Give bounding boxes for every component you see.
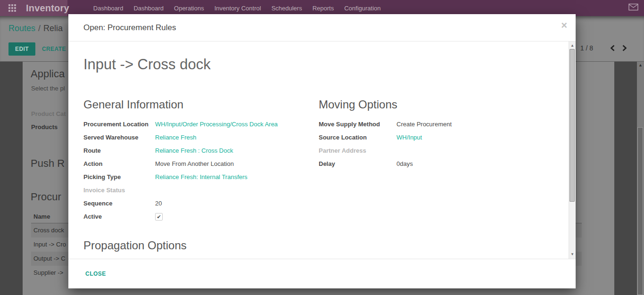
product-categories-label: Product Cat [31,110,66,117]
scroll-up-icon[interactable]: ▲ [569,43,576,48]
nav-item-dashboard[interactable]: Dashboard [88,5,129,12]
navbar-systray [628,3,638,13]
field-label: Delay [319,160,396,167]
nav-item-operations[interactable]: Operations [169,5,209,12]
field-row: Procurement LocationWH/Input/Order Proce… [83,121,319,128]
field-row: Partner Address [319,147,553,154]
record-title: Input -> Cross dock [83,56,553,73]
field-row: Source LocationWH/Input [319,134,553,141]
field-label: Picking Type [83,173,155,180]
modal-header: Open: Procurement Rules × [68,14,576,41]
control-panel-buttons: EDIT CREATE [8,42,66,56]
field-value-link[interactable]: Reliance Fresh: Internal Transfers [155,173,248,180]
navbar-menu: DashboardDashboardOperationsInventory Co… [88,5,386,12]
pager: 1 / 8 [580,44,627,52]
pager-value: 1 / 8 [580,44,593,52]
push-rules-heading: Push R [31,157,65,170]
nav-item-schedulers[interactable]: Schedulers [266,5,307,12]
field-row: Served WarehouseReliance Fresh [83,134,319,141]
active-checkbox[interactable]: ✔ [155,213,163,221]
field-value: 0days [396,160,413,167]
field-label: Action [83,160,155,167]
field-row: Invoice Status [83,187,319,194]
modal-scrollbar-thumb[interactable] [570,49,575,202]
field-row: Picking TypeReliance Fresh: Internal Tra… [83,173,319,180]
breadcrumb-current: Relia [43,24,63,33]
modal-footer: CLOSE [68,259,576,288]
field-label: Partner Address [319,147,396,154]
breadcrumb-separator: / [35,24,43,33]
edit-button[interactable]: EDIT [8,42,35,56]
field-label: Route [83,147,155,154]
field-label: Active [83,213,155,220]
field-label: Served Warehouse [83,134,155,141]
modal-scrollbar[interactable]: ▲ ▼ [569,41,576,259]
check-icon: ✔ [157,214,161,220]
field-row: Move Supply MethodCreate Procurement [319,121,553,128]
field-row: Active✔ [83,213,319,221]
scroll-up-icon[interactable]: ▲ [637,63,644,67]
breadcrumb-routes-link[interactable]: Routes [8,24,35,33]
applicable-help-text: Select the pl [31,85,65,92]
pager-previous-button[interactable] [610,45,615,51]
modal-body: Input -> Cross dock General Information … [68,41,576,259]
messages-envelope-icon[interactable] [628,3,638,13]
field-value-link[interactable]: Reliance Fresh [155,134,196,141]
breadcrumb: Routes/Relia [8,24,63,33]
modal-title: Open: Procurement Rules [83,23,176,33]
field-label: Procurement Location [83,121,155,128]
page-scrollbar[interactable]: ▲ [637,62,644,295]
field-row: ActionMove From Another Location [83,160,319,167]
field-row: Delay0days [319,160,553,167]
scroll-down-icon[interactable]: ▼ [569,252,576,256]
products-label: Products [31,123,58,131]
moving-options-section: Moving Options Move Supply MethodCreate … [319,98,553,227]
field-value: 20 [155,200,162,207]
nav-item-configuration[interactable]: Configuration [339,5,386,12]
field-label: Move Supply Method [319,121,396,128]
top-navbar: Inventory DashboardDashboardOperationsIn… [0,0,644,16]
nav-item-dashboard[interactable]: Dashboard [128,5,169,12]
pager-next-button[interactable] [622,45,627,51]
field-value: Create Procurement [396,121,452,128]
apps-menu-icon[interactable] [8,4,16,12]
field-label: Sequence [83,200,155,207]
applicable-on-heading: Applica [31,68,65,80]
nav-item-reports[interactable]: Reports [307,5,339,12]
create-button[interactable]: CREATE [42,46,66,52]
field-value-link[interactable]: Reliance Fresh : Cross Dock [155,147,233,154]
field-value: Move From Another Location [155,160,234,167]
screen: Inventory DashboardDashboardOperationsIn… [0,0,644,295]
close-icon[interactable]: × [561,20,567,31]
nav-item-inventory-control[interactable]: Inventory Control [209,5,266,12]
general-information-section: General Information Procurement Location… [83,98,319,227]
app-title[interactable]: Inventory [26,3,69,14]
moving-options-heading: Moving Options [319,98,553,111]
general-information-heading: General Information [83,98,319,111]
propagation-options-heading: Propagation Options [83,239,553,252]
field-columns: General Information Procurement Location… [83,98,553,227]
field-label: Invoice Status [83,187,155,194]
field-value-link[interactable]: WH/Input/Order Processing/Cross Dock Are… [155,121,278,128]
procurement-rules-heading: Procur [31,191,61,203]
close-button[interactable]: CLOSE [83,267,108,281]
field-label: Source Location [319,134,396,141]
procurement-rule-modal: Open: Procurement Rules × Input -> Cross… [68,14,576,288]
field-row: RouteReliance Fresh : Cross Dock [83,147,319,154]
field-value-link[interactable]: WH/Input [396,134,422,141]
page-scrollbar-thumb[interactable] [637,127,643,295]
field-row: Sequence20 [83,200,319,207]
